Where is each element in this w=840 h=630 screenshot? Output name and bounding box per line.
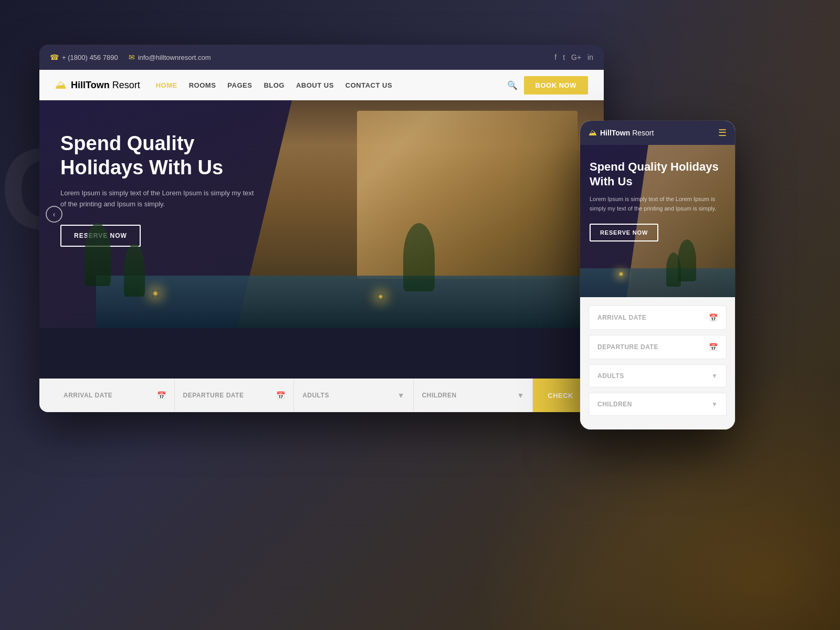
children-dropdown-icon: ▼ — [517, 391, 524, 400]
hero-title: Spend Quality Holidays With Us — [60, 132, 270, 180]
departure-date-field[interactable]: DEPARTURE DATE 📅 — [175, 379, 295, 412]
mobile-menu-icon[interactable]: ☰ — [718, 127, 727, 139]
mobile-calendar-departure-icon: 📅 — [709, 343, 718, 351]
hero-pool — [96, 276, 604, 328]
mobile-departure-field[interactable]: DEPARTURE DATE 📅 — [589, 335, 727, 359]
mobile-logo[interactable]: ⛰ HillTown Resort — [589, 128, 718, 138]
mobile-pool — [580, 268, 735, 297]
departure-date-label: DEPARTURE DATE — [183, 392, 244, 399]
mobile-nav: ⛰ HillTown Resort ☰ — [580, 121, 735, 145]
mobile-adults-field[interactable]: ADULTS ▼ — [589, 364, 727, 387]
hero-lights-2 — [378, 294, 383, 299]
phone-contact: ☎ + (1800) 456 7890 — [50, 53, 118, 61]
mobile-hero-content: Spend Quality Holidays With Us Lorem Ips… — [580, 145, 735, 256]
desktop-logo[interactable]: ⛰ HillTown Resort — [55, 78, 140, 92]
logo-suffix: Resort — [110, 80, 140, 90]
adults-label: ADULTS — [302, 392, 329, 399]
calendar-icon-arrival: 📅 — [157, 391, 166, 400]
adults-dropdown-icon: ▼ — [397, 391, 405, 400]
hero-lights-1 — [152, 290, 159, 297]
mobile-booking-form: ARRIVAL DATE 📅 DEPARTURE DATE 📅 ADULTS ▼… — [580, 297, 735, 429]
mobile-light-glow — [619, 272, 623, 276]
mobile-children-field[interactable]: CHILDREN ▼ — [589, 393, 727, 416]
children-field[interactable]: CHILDREN ▼ — [414, 379, 533, 412]
carousel-prev-button[interactable]: ‹ — [46, 206, 62, 223]
nav-about[interactable]: ABOUT US — [296, 81, 334, 89]
mobile-arrival-field[interactable]: ARRIVAL DATE 📅 — [589, 306, 727, 330]
hero-subtitle: Lorem Ipsum is simply text of the Lorem … — [60, 188, 260, 210]
nav-links: HOME ROOMS PAGES BLOG ABOUT US CONTACT U… — [156, 81, 507, 89]
mobile-mockup: ⛰ HillTown Resort ☰ Spend Quality Holida… — [580, 121, 735, 429]
mobile-adults-dropdown-icon: ▼ — [711, 372, 718, 380]
facebook-icon[interactable]: f — [554, 53, 556, 61]
mobile-children-label: CHILDREN — [597, 401, 632, 408]
hero-tree-2 — [124, 244, 145, 297]
email-icon: ✉ — [129, 53, 135, 61]
mobile-departure-label: DEPARTURE DATE — [597, 343, 658, 351]
hero-content: Spend Quality Holidays With Us Lorem Ips… — [39, 100, 604, 278]
mobile-reserve-button[interactable]: RESERVE NOW — [590, 224, 658, 242]
logo-mountain-icon: ⛰ — [55, 78, 67, 92]
adults-select[interactable]: ADULTS ▼ — [302, 391, 405, 400]
nav-contact[interactable]: CONTACT US — [345, 81, 392, 89]
mobile-arrival-label: ARRIVAL DATE — [597, 314, 646, 321]
hero-tree-3 — [403, 223, 435, 291]
arrival-date-label: ARRIVAL DATE — [64, 392, 112, 399]
mobile-logo-bold: HillTown — [600, 129, 630, 137]
nav-pages[interactable]: PAGES — [227, 81, 252, 89]
mobile-hero-subtitle: Lorem Ipsum is simply text of the Lorem … — [590, 195, 726, 213]
mobile-logo-mountain-icon: ⛰ — [589, 128, 597, 138]
contact-info: ☎ + (1800) 456 7890 ✉ info@hilltownresor… — [50, 53, 546, 61]
adults-field[interactable]: ADULTS ▼ — [294, 379, 414, 412]
search-icon[interactable]: 🔍 — [507, 80, 518, 90]
mobile-hero-title: Spend Quality Holidays With Us — [590, 160, 726, 188]
mobile-children-dropdown-icon: ▼ — [711, 401, 718, 408]
mobile-tree-2 — [666, 253, 681, 287]
email-address: info@hilltownresort.com — [138, 54, 211, 61]
booking-bar: ARRIVAL DATE 📅 DEPARTURE DATE 📅 ADULTS ▼… — [39, 379, 604, 412]
linkedin-icon[interactable]: in — [587, 53, 593, 61]
mobile-logo-suffix: Resort — [630, 129, 654, 137]
twitter-icon[interactable]: t — [563, 53, 565, 61]
book-now-button[interactable]: BOOK NOW — [524, 76, 588, 94]
desktop-topbar: ☎ + (1800) 456 7890 ✉ info@hilltownresor… — [39, 45, 604, 70]
calendar-icon-departure: 📅 — [276, 391, 285, 400]
mobile-logo-text: HillTown Resort — [600, 129, 654, 137]
google-plus-icon[interactable]: G+ — [571, 53, 581, 61]
desktop-mockup: ☎ + (1800) 456 7890 ✉ info@hilltownresor… — [39, 45, 604, 412]
logo-bold-part: HillTown — [71, 80, 110, 90]
phone-icon: ☎ — [50, 53, 59, 61]
mobile-calendar-arrival-icon: 📅 — [709, 313, 718, 322]
children-label: CHILDREN — [422, 392, 457, 399]
mobile-hero: Spend Quality Holidays With Us Lorem Ips… — [580, 145, 735, 297]
nav-rooms[interactable]: ROOMS — [189, 81, 216, 89]
hero-tree-1 — [85, 223, 111, 286]
phone-number: + (1800) 456 7890 — [62, 54, 118, 61]
desktop-hero: Spend Quality Holidays With Us Lorem Ips… — [39, 100, 604, 328]
desktop-nav: ⛰ HillTown Resort HOME ROOMS PAGES BLOG … — [39, 70, 604, 100]
email-contact: ✉ info@hilltownresort.com — [129, 53, 211, 61]
nav-home[interactable]: HOME — [156, 81, 177, 89]
social-icons: f t G+ in — [554, 53, 593, 61]
arrival-date-field[interactable]: ARRIVAL DATE 📅 — [55, 379, 175, 412]
mobile-adults-label: ADULTS — [597, 372, 624, 380]
logo-text: HillTown Resort — [71, 80, 140, 91]
nav-blog[interactable]: BLOG — [264, 81, 285, 89]
children-select[interactable]: CHILDREN ▼ — [422, 391, 524, 400]
